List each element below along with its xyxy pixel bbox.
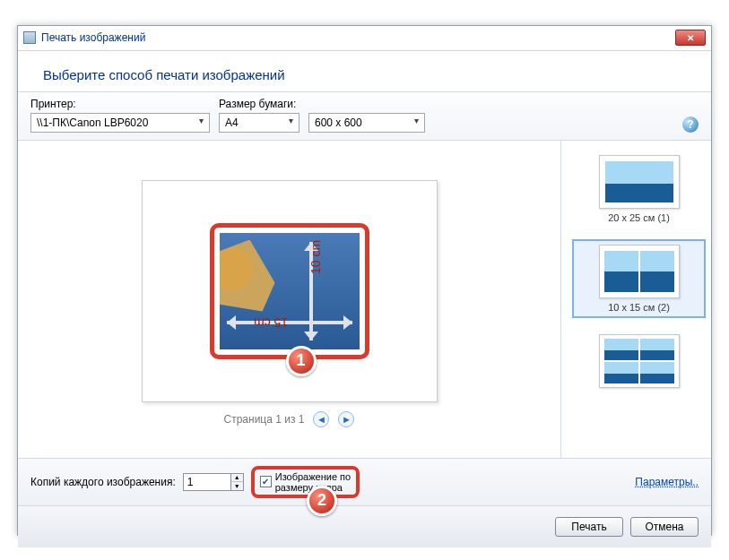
- print-pictures-dialog: Печать изображений ✕ Выберите способ печ…: [17, 25, 712, 536]
- help-icon[interactable]: ?: [682, 116, 699, 133]
- vertical-dimension-label: 10 cm: [308, 239, 323, 273]
- copies-label: Копий каждого изображения:: [30, 476, 176, 488]
- annotation-badge-2: 2: [307, 486, 337, 516]
- page-preview: 10 cm 15 cm 1: [142, 180, 438, 402]
- sample-image: [220, 240, 275, 312]
- pager-text: Страница 1 из 1: [224, 413, 305, 426]
- prev-page-button[interactable]: ◄: [313, 411, 329, 427]
- printer-select[interactable]: \\1-ПК\Canon LBP6020: [30, 113, 210, 133]
- layout-thumb-icon: [599, 334, 680, 388]
- layout-label: 10 x 15 см (2): [577, 302, 700, 313]
- annotation-badge-1: 1: [286, 346, 317, 376]
- resolution-value: 600 x 600: [315, 116, 362, 129]
- copies-input[interactable]: [184, 474, 230, 490]
- cancel-button[interactable]: Отмена: [630, 517, 699, 537]
- resolution-label: [308, 98, 425, 110]
- layout-thumb-icon: [599, 245, 680, 298]
- print-settings-toolbar: Принтер: \\1-ПК\Canon LBP6020 Размер бум…: [18, 92, 711, 141]
- layout-option-20x25[interactable]: 20 x 25 см (1): [572, 150, 706, 228]
- copies-up-button[interactable]: ▲: [231, 474, 243, 483]
- printer-value: \\1-ПК\Canon LBP6020: [37, 116, 148, 129]
- titlebar: Печать изображений ✕: [18, 26, 711, 51]
- printer-icon: [23, 31, 36, 44]
- main-area: 10 cm 15 cm 1 Страница 1 из 1 ◄ ► 20 x 2…: [18, 141, 711, 459]
- paper-size-label: Размер бумаги:: [219, 98, 299, 110]
- window-title: Печать изображений: [41, 31, 145, 44]
- resolution-select[interactable]: 600 x 600: [308, 113, 425, 133]
- pager: Страница 1 из 1 ◄ ►: [224, 411, 355, 427]
- horizontal-dimension-label: 15 cm: [254, 315, 288, 330]
- annotation-callout-1: 10 cm 15 cm: [210, 223, 369, 359]
- layout-option-10x15[interactable]: 10 x 15 см (2): [572, 239, 706, 318]
- print-button[interactable]: Печать: [555, 517, 623, 537]
- horizontal-dimension-arrow: [227, 312, 352, 333]
- layout-list[interactable]: 20 x 25 см (1) 10 x 15 см (2): [560, 141, 711, 458]
- button-bar: Печать Отмена: [18, 506, 711, 547]
- preview-pane: 10 cm 15 cm 1 Страница 1 из 1 ◄ ►: [18, 141, 560, 458]
- paper-size-value: A4: [225, 116, 239, 129]
- photo-preview: 10 cm 15 cm: [220, 233, 360, 349]
- options-bar: Копий каждого изображения: ▲ ▼ ✔ Изображ…: [18, 459, 711, 506]
- printer-label: Принтер:: [30, 98, 210, 110]
- copies-spinner[interactable]: ▲ ▼: [183, 473, 244, 491]
- copies-down-button[interactable]: ▼: [231, 482, 243, 490]
- layout-option-4up[interactable]: [572, 329, 706, 397]
- layout-label: 20 x 25 см (1): [577, 212, 700, 223]
- annotation-callout-2: ✔ Изображение по размеру кадра: [251, 466, 360, 498]
- paper-size-select[interactable]: A4: [219, 113, 299, 133]
- fit-to-frame-checkbox[interactable]: ✔: [260, 476, 272, 487]
- close-button[interactable]: ✕: [675, 30, 706, 46]
- layout-thumb-icon: [599, 155, 680, 209]
- header-instruction: Выберите способ печати изображений: [18, 51, 711, 92]
- next-page-button[interactable]: ►: [338, 411, 354, 427]
- options-link[interactable]: Параметры..: [635, 476, 699, 488]
